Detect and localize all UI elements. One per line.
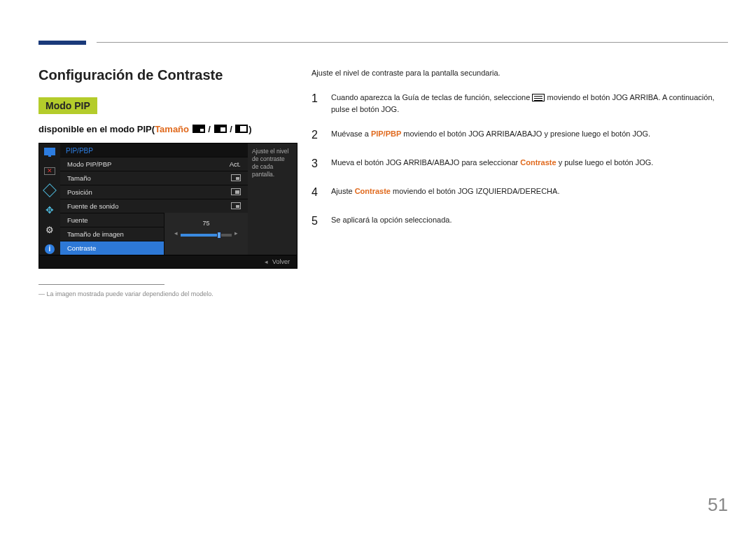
step-number: 1: [312, 90, 321, 108]
osd-back-icon: ◂: [265, 258, 268, 265]
osd-off-monitor-icon: ✕: [43, 166, 56, 176]
osd-main: PIP/PBP Modo PIP/PBP Act. Tamaño Posició…: [60, 143, 248, 255]
header-rule: [97, 42, 728, 43]
step-text-post: y pulse luego el botón JOG.: [556, 158, 654, 167]
step-keyword: Contraste: [520, 158, 556, 167]
osd-picture-icon: [43, 146, 56, 156]
page-number: 51: [708, 494, 728, 516]
osd-slider-fill: [181, 234, 219, 237]
step-4: 4 Ajuste Contraste moviendo el botón JOG…: [312, 184, 728, 202]
footnote: ― La imagen mostrada puede variar depend…: [38, 290, 728, 297]
step-number: 5: [312, 213, 321, 230]
pip-pos-value-icon: [231, 188, 241, 195]
step-3: 3 Mueva el botón JOG ARRIBA/ABAJO para s…: [312, 155, 728, 173]
sep2: /: [230, 124, 234, 134]
osd-row-value: Act.: [230, 160, 241, 168]
osd-row-sound: Fuente de sonido: [60, 199, 248, 213]
osd-row-label: Modo PIP/PBP: [67, 160, 111, 168]
osd-slider-track: [181, 234, 232, 237]
osd-slider-left-icon: ◂: [174, 230, 178, 237]
osd-row-contrast: Contraste: [60, 241, 164, 255]
step-keyword: Contraste: [355, 187, 391, 195]
osd-row-position: Posición: [60, 185, 248, 199]
pip-sound-value-icon: [231, 202, 241, 209]
osd-row-label: Fuente: [67, 216, 88, 224]
osd-row-label: Tamaño: [67, 174, 91, 182]
footnote-text: La imagen mostrada puede variar dependie…: [47, 290, 214, 297]
step-1: 1 Cuando aparezca la Guía de teclas de f…: [312, 90, 728, 115]
step-text-pre: Mueva el botón JOG ARRIBA/ABAJO para sel…: [331, 158, 520, 167]
step-number: 3: [312, 155, 321, 173]
step-number: 4: [312, 184, 321, 202]
osd-settings-icon: ⚙: [43, 225, 56, 234]
osd-info-icon: i: [43, 244, 56, 254]
osd-slider-thumb: [217, 232, 221, 239]
osd-row-label: Tamaño de imagen: [67, 230, 124, 238]
sep1: /: [208, 124, 213, 134]
mode-badge: Modo PIP: [38, 97, 97, 114]
step-2: 2 Muévase a PIP/PBP moviendo el botón JO…: [312, 127, 728, 144]
osd-sidebar: ✕ ✥ ⚙ i: [39, 143, 60, 255]
pip-size-large-icon: [235, 125, 248, 133]
step-text-pre: Cuando aparezca la Guía de teclas de fun…: [331, 93, 532, 101]
header-accent: [38, 41, 86, 45]
osd-screenshot: ✕ ✥ ⚙ i PIP/PBP Modo PIP/PBP Act. Tamaño…: [38, 143, 298, 269]
osd-resize-icon: [43, 185, 56, 195]
osd-help-panel: Ajuste el nivel de contraste de cada pan…: [248, 143, 297, 255]
osd-move-icon: ✥: [43, 205, 56, 215]
menu-icon: [532, 94, 545, 101]
step-text-pre: Ajuste: [331, 187, 355, 195]
step-number: 2: [312, 127, 321, 144]
osd-row-label: Posición: [67, 188, 92, 196]
footnote-marker: ―: [38, 290, 45, 297]
step-text-post: moviendo el botón JOG IZQUIERDA/DERECHA.: [391, 187, 559, 195]
step-text-post: moviendo el botón JOG ARRIBA/ABAJO y pre…: [401, 129, 650, 138]
subhead-close: ): [248, 124, 251, 134]
osd-back-label: Volver: [272, 258, 290, 265]
osd-slider-value: 75: [174, 220, 238, 227]
osd-row-label: Contraste: [67, 244, 96, 252]
osd-row-size: Tamaño: [60, 171, 248, 185]
osd-row-source: Fuente: [60, 213, 164, 227]
subhead-prefix: disponible en el modo PIP(: [38, 124, 155, 134]
osd-menu-title: PIP/PBP: [60, 143, 248, 157]
subhead-size-label: Tamaño: [155, 124, 189, 134]
pip-size-value-icon: [231, 174, 241, 181]
step-text-pre: Muévase a: [331, 129, 371, 138]
osd-row-imgsize: Tamaño de imagen: [60, 227, 164, 241]
pip-size-small-icon: [192, 125, 205, 133]
step-keyword: PIP/PBP: [371, 129, 401, 138]
footnote-divider: [38, 284, 164, 285]
intro-text: Ajuste el nivel de contraste para la pan…: [312, 67, 728, 79]
step-5: 5 Se aplicará la opción seleccionada.: [312, 213, 728, 230]
osd-footer: ◂Volver: [39, 255, 297, 268]
osd-slider-right-icon: ▸: [234, 230, 238, 237]
osd-row-label: Fuente de sonido: [67, 202, 118, 210]
osd-row-mode: Modo PIP/PBP Act.: [60, 157, 248, 171]
step-text: Se aplicará la opción seleccionada.: [331, 213, 728, 226]
pip-size-medium-icon: [214, 125, 227, 133]
osd-slider-panel: 75 ◂ ▸: [164, 213, 248, 255]
